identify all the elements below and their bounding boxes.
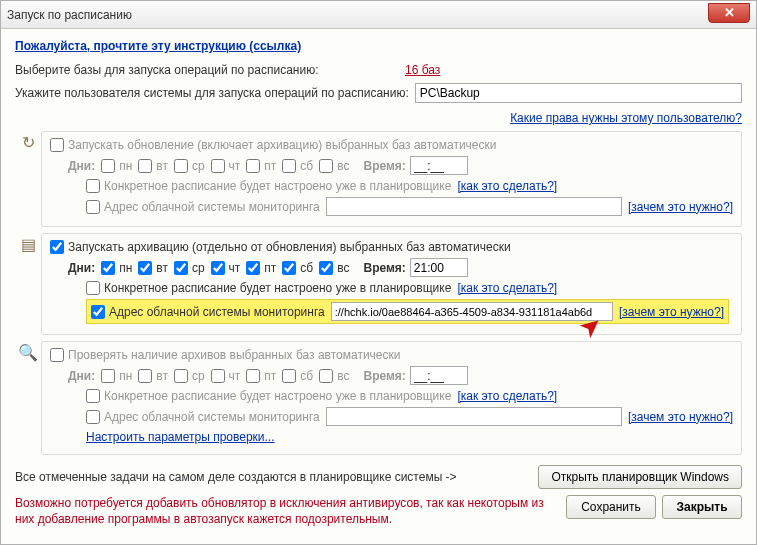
archive-day-wed[interactable] [174,261,188,275]
check-config-row: Настроить параметры проверки... [50,430,733,444]
check-monitoring-row: Адрес облачной системы мониторинга [заче… [50,407,733,426]
update-day-mon[interactable] [101,159,115,173]
archive-mon-highlight: Адрес облачной системы мониторинга [заче… [86,299,729,324]
update-title: Запускать обновление (включает архивацию… [68,138,496,152]
update-monitoring-checkbox[interactable] [86,200,100,214]
check-mon-url-input[interactable] [326,407,622,426]
archive-concrete-checkbox[interactable] [86,281,100,295]
scheduler-window: Запуск по расписанию ✕ Пожалуйста, прочт… [0,0,757,545]
archive-day-sun[interactable] [319,261,333,275]
select-bases-row: Выберите базы для запуска операций по ра… [15,63,742,77]
bottom-area: Возможно потребуется добавить обновлятор… [15,495,742,527]
archive-day-fri[interactable] [246,261,260,275]
update-day-thu[interactable] [211,159,225,173]
save-button[interactable]: Сохранить [566,495,656,519]
check-title: Проверять наличие архивов выбранных баз … [68,348,400,362]
user-input[interactable] [415,83,742,103]
archive-time-label: Время: [363,261,405,275]
archive-title: Запускать архивацию (отдельно от обновле… [68,240,511,254]
user-rights-row: Какие права нужны этому пользователю? [15,111,742,125]
footer-note: Все отмеченные задачи на самом деле созд… [15,470,538,484]
window-close-button[interactable]: ✕ [708,3,750,23]
archive-monitoring-row: Адрес облачной системы мониторинга [заче… [50,299,733,324]
check-monitoring-checkbox[interactable] [86,410,100,424]
user-rights-link[interactable]: Какие права нужны этому пользователю? [510,111,742,125]
archive-why-link[interactable]: [зачем это нужно?] [619,305,724,319]
check-group-body: Проверять наличие архивов выбранных баз … [41,341,742,455]
update-mon-label: Адрес облачной системы мониторинга [104,200,320,214]
update-day-tue[interactable] [138,159,152,173]
instruction-link[interactable]: Пожалуйста, прочтите эту инструкцию (ссы… [15,39,742,53]
update-why-link[interactable]: [зачем это нужно?] [628,200,733,214]
check-day-mon[interactable] [101,369,115,383]
archive-mon-url-input[interactable] [331,302,613,321]
update-group: ↻ Запускать обновление (включает архивац… [15,131,742,227]
archive-icon: ▤ [15,233,41,335]
update-how-link[interactable]: [как это сделать?] [457,179,557,193]
check-config-link[interactable]: Настроить параметры проверки... [86,430,275,444]
update-time-label: Время: [363,159,405,173]
check-how-link[interactable]: [как это сделать?] [457,389,557,403]
update-enable-checkbox[interactable] [50,138,64,152]
archive-concrete-label: Конкретное расписание будет настроено уж… [104,281,451,295]
user-label: Укажите пользователя системы для запуска… [15,86,409,100]
titlebar: Запуск по расписанию ✕ [1,1,756,29]
check-day-sat[interactable] [282,369,296,383]
update-group-body: Запускать обновление (включает архивацию… [41,131,742,227]
check-concrete-row: Конкретное расписание будет настроено уж… [50,389,733,403]
check-day-tue[interactable] [138,369,152,383]
update-day-fri[interactable] [246,159,260,173]
update-days-label: Дни: [68,159,95,173]
antivirus-warning: Возможно потребуется добавить обновлятор… [15,495,566,527]
check-day-sun[interactable] [319,369,333,383]
archive-day-tue[interactable] [138,261,152,275]
bases-count-link[interactable]: 16 баз [405,63,440,77]
update-concrete-checkbox[interactable] [86,179,100,193]
check-why-link[interactable]: [зачем это нужно?] [628,410,733,424]
archive-enable-row: Запускать архивацию (отдельно от обновле… [50,240,733,254]
user-row: Укажите пользователя системы для запуска… [15,83,742,103]
archive-days-label: Дни: [68,261,95,275]
check-group: 🔍 Проверять наличие архивов выбранных ба… [15,341,742,455]
check-mon-label: Адрес облачной системы мониторинга [104,410,320,424]
close-icon: ✕ [724,5,735,20]
select-bases-label: Выберите базы для запуска операций по ра… [15,63,405,77]
update-days-row: Дни: пн вт ср чт пт сб вс Время: [50,156,733,175]
archive-enable-checkbox[interactable] [50,240,64,254]
check-day-thu[interactable] [211,369,225,383]
content-area: Пожалуйста, прочтите эту инструкцию (ссы… [1,29,756,544]
update-time-input[interactable] [410,156,468,175]
update-enable-row: Запускать обновление (включает архивацию… [50,138,733,152]
archive-time-input[interactable] [410,258,468,277]
check-enable-row: Проверять наличие архивов выбранных баз … [50,348,733,362]
archive-group: ▤ Запускать архивацию (отдельно от обнов… [15,233,742,335]
update-day-wed[interactable] [174,159,188,173]
refresh-icon: ↻ [15,131,41,227]
archive-day-sat[interactable] [282,261,296,275]
archive-monitoring-checkbox[interactable] [91,305,105,319]
update-day-sun[interactable] [319,159,333,173]
footer-note-row: Все отмеченные задачи на самом деле созд… [15,465,742,489]
check-concrete-checkbox[interactable] [86,389,100,403]
archive-mon-label: Адрес облачной системы мониторинга [109,305,325,319]
archive-day-thu[interactable] [211,261,225,275]
check-day-fri[interactable] [246,369,260,383]
archive-concrete-row: Конкретное расписание будет настроено уж… [50,281,733,295]
update-day-sat[interactable] [282,159,296,173]
window-title: Запуск по расписанию [7,8,132,22]
archive-day-mon[interactable] [101,261,115,275]
archive-group-body: Запускать архивацию (отдельно от обновле… [41,233,742,335]
archive-how-link[interactable]: [как это сделать?] [457,281,557,295]
check-time-input[interactable] [410,366,468,385]
update-monitoring-row: Адрес облачной системы мониторинга [заче… [50,197,733,216]
check-days-label: Дни: [68,369,95,383]
check-day-wed[interactable] [174,369,188,383]
check-enable-checkbox[interactable] [50,348,64,362]
update-concrete-row: Конкретное расписание будет настроено уж… [50,179,733,193]
update-mon-url-input[interactable] [326,197,622,216]
archive-days-row: Дни: пн вт ср чт пт сб вс Время: [50,258,733,277]
check-time-label: Время: [363,369,405,383]
close-button[interactable]: Закрыть [662,495,742,519]
search-icon: 🔍 [15,341,41,455]
open-scheduler-button[interactable]: Открыть планировщик Windows [538,465,742,489]
